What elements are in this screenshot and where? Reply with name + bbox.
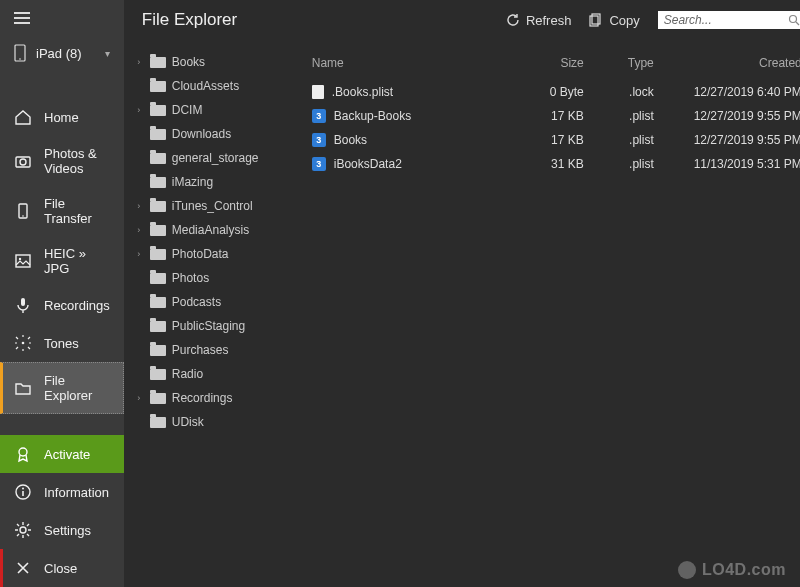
svg-point-9 (22, 342, 25, 345)
file-row[interactable]: 3iBooksData231 KB.plist11/13/2019 5:31 P… (312, 152, 800, 176)
expand-icon[interactable]: › (134, 393, 144, 403)
tree-item-label: Books (172, 55, 205, 69)
file-type-icon: 3 (312, 133, 326, 147)
svg-rect-12 (22, 491, 24, 496)
watermark-text: LO4D.com (702, 561, 786, 579)
file-row[interactable]: 3Backup-Books17 KB.plist12/27/2019 9:55 … (312, 104, 800, 128)
file-type: .plist (592, 157, 662, 171)
search-icon (788, 14, 800, 26)
file-size: 17 KB (522, 133, 592, 147)
sidebar-item-close[interactable]: Close (0, 549, 124, 587)
expand-icon[interactable]: › (134, 225, 144, 235)
tree-item[interactable]: ›iTunes_Control (130, 194, 294, 218)
file-name: .Books.plist (332, 85, 393, 99)
col-name[interactable]: Name (312, 56, 522, 70)
refresh-label: Refresh (526, 13, 572, 28)
toolbar-actions: Refresh Copy Search... (506, 11, 800, 29)
tree-item[interactable]: Radio (130, 362, 294, 386)
copy-icon (589, 13, 603, 27)
svg-point-14 (20, 527, 26, 533)
file-name: iBooksData2 (334, 157, 402, 171)
tree-item[interactable]: Purchases (130, 338, 294, 362)
phone-icon (14, 44, 26, 62)
tree-item[interactable]: ›PhotoData (130, 242, 294, 266)
svg-point-1 (19, 58, 21, 60)
tree-item[interactable]: CloudAssets (130, 74, 294, 98)
toolbar: File Explorer Refresh Copy Search... (124, 0, 800, 40)
search-placeholder: Search... (664, 13, 788, 27)
sidebar-item-photos-videos[interactable]: Photos & Videos (0, 136, 124, 186)
tree-item[interactable]: iMazing (130, 170, 294, 194)
sidebar-item-label: Information (44, 485, 109, 500)
tree-item-label: MediaAnalysis (172, 223, 249, 237)
copy-button[interactable]: Copy (589, 13, 639, 28)
sidebar-item-home[interactable]: Home (0, 98, 124, 136)
sidebar-item-file-transfer[interactable]: File Transfer (0, 186, 124, 236)
sidebar-item-heic-jpg[interactable]: HEIC » JPG (0, 236, 124, 286)
tree-item[interactable]: Downloads (130, 122, 294, 146)
image-icon (14, 252, 32, 270)
app-root: iPad (8) ▾ HomePhotos & VideosFile Trans… (0, 0, 800, 587)
tree-item[interactable]: ›DCIM (130, 98, 294, 122)
watermark-icon (678, 561, 696, 579)
expand-icon[interactable]: › (134, 57, 144, 67)
main-panel: File Explorer Refresh Copy Search... (124, 0, 800, 587)
mic-icon (14, 296, 32, 314)
file-type: .lock (592, 85, 662, 99)
sidebar-item-label: Tones (44, 336, 79, 351)
device-label: iPad (8) (36, 46, 82, 61)
folder-icon (150, 80, 166, 92)
copy-label: Copy (609, 13, 639, 28)
tree-item-label: general_storage (172, 151, 259, 165)
award-icon (14, 445, 32, 463)
tree-item[interactable]: Podcasts (130, 290, 294, 314)
file-created: 12/27/2019 6:40 PM (662, 85, 800, 99)
tree-item[interactable]: ›Recordings (130, 386, 294, 410)
col-type[interactable]: Type (592, 56, 662, 70)
file-row[interactable]: 3Books17 KB.plist12/27/2019 9:55 PM (312, 128, 800, 152)
device-selector[interactable]: iPad (8) ▾ (0, 36, 124, 70)
tree-item[interactable]: UDisk (130, 410, 294, 434)
folder-icon (150, 152, 166, 164)
tree-item-label: UDisk (172, 415, 204, 429)
file-rows: .Books.plist0 Byte.lock12/27/2019 6:40 P… (312, 80, 800, 176)
sidebar-item-settings[interactable]: Settings (0, 511, 124, 549)
sidebar-item-tones[interactable]: Tones (0, 324, 124, 362)
file-name: Books (334, 133, 367, 147)
tree-item[interactable]: general_storage (130, 146, 294, 170)
folder-icon (150, 416, 166, 428)
file-created: 12/27/2019 9:55 PM (662, 133, 800, 147)
folder-icon (150, 56, 166, 68)
col-size[interactable]: Size (522, 56, 592, 70)
tree-item[interactable]: ›Books (130, 50, 294, 74)
tree-item[interactable]: ›MediaAnalysis (130, 218, 294, 242)
sidebar-item-information[interactable]: Information (0, 473, 124, 511)
refresh-button[interactable]: Refresh (506, 13, 572, 28)
info-icon (14, 483, 32, 501)
expand-icon[interactable]: › (134, 249, 144, 259)
search-input[interactable]: Search... (658, 11, 800, 29)
col-created[interactable]: Created (662, 56, 800, 70)
tree-item-label: iTunes_Control (172, 199, 253, 213)
tree-item[interactable]: Photos (130, 266, 294, 290)
tree-item[interactable]: PublicStaging (130, 314, 294, 338)
content-area: ›BooksCloudAssets›DCIMDownloadsgeneral_s… (124, 40, 800, 587)
sidebar-item-activate[interactable]: Activate (0, 435, 124, 473)
svg-point-10 (19, 448, 27, 456)
expand-icon[interactable]: › (134, 201, 144, 211)
sidebar-item-recordings[interactable]: Recordings (0, 286, 124, 324)
sidebar-item-label: Photos & Videos (44, 146, 110, 176)
file-row[interactable]: .Books.plist0 Byte.lock12/27/2019 6:40 P… (312, 80, 800, 104)
svg-rect-8 (21, 298, 25, 306)
tree-item-label: PublicStaging (172, 319, 245, 333)
sidebar-item-label: Home (44, 110, 79, 125)
file-type-icon (312, 85, 324, 99)
svg-point-13 (22, 488, 24, 490)
expand-icon[interactable]: › (134, 105, 144, 115)
sidebar-item-file-explorer[interactable]: File Explorer (0, 362, 124, 414)
file-type: .plist (592, 133, 662, 147)
sidebar-top (0, 0, 124, 36)
file-created: 11/13/2019 5:31 PM (662, 157, 800, 171)
menu-icon[interactable] (14, 12, 30, 24)
tree-item-label: Recordings (172, 391, 233, 405)
